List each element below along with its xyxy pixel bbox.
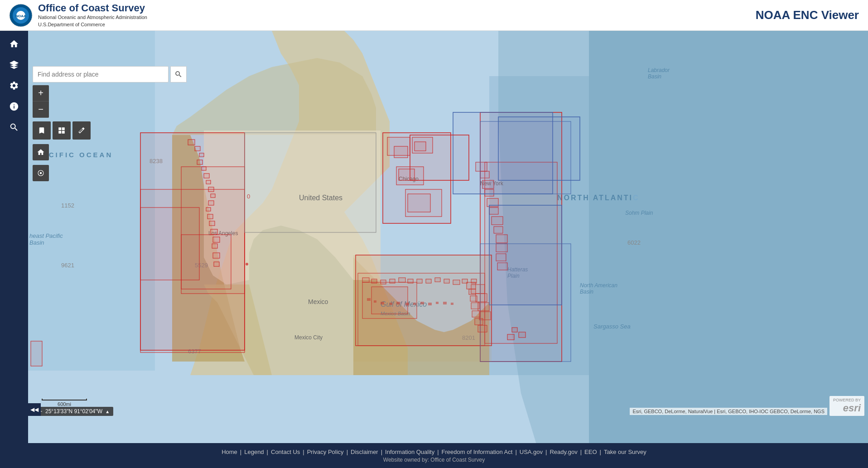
geo-label-north-atlantic: NORTH ATLANTIC (557, 194, 640, 202)
footer-link-usa-gov[interactable]: USA.gov (520, 449, 543, 455)
zoom-in-button[interactable]: + (33, 85, 49, 101)
chart-num-0: 0 (247, 193, 250, 200)
measure-tool-button[interactable] (72, 121, 91, 140)
chart-num-6377: 6377 (188, 348, 201, 355)
footer-link-eeo[interactable]: EEO (584, 449, 597, 455)
coordinates-value: 25°13'33"N 91°02'04"W (45, 408, 102, 415)
footer-link-foia[interactable]: Freedom of Information Act (442, 449, 513, 455)
svg-text:NOAA: NOAA (15, 14, 26, 18)
chart-num-8201: 8201 (462, 334, 475, 341)
geo-label-labrador: LabradorBasin (648, 67, 670, 80)
footer-links: Home | Legend | Contact Us | Privacy Pol… (222, 449, 646, 455)
locate-button[interactable] (33, 165, 49, 181)
header: NOAA Office of Coast Survey National Oce… (0, 0, 868, 31)
geo-label-mexico: Mexico (308, 298, 328, 305)
esri-logo-text: esri (843, 402, 861, 414)
scale-line (42, 399, 87, 400)
chart-num-5529: 5529 (195, 262, 208, 269)
footer: Home | Legend | Contact Us | Privacy Pol… (0, 443, 868, 468)
noaa-logo: NOAA (9, 4, 33, 27)
footer-link-survey[interactable]: Take our Survey (604, 449, 646, 455)
basemap-tool-button[interactable] (53, 121, 71, 140)
header-left: NOAA Office of Coast Survey National Oce… (9, 2, 147, 28)
sidebar-search-btn[interactable] (5, 118, 24, 137)
bookmark-tool-button[interactable] (33, 121, 51, 140)
geo-label-chicago: Chicago (399, 176, 419, 182)
left-sidebar (0, 31, 28, 443)
app-title: NOAA ENC Viewer (756, 8, 859, 22)
zoom-controls: + − (33, 85, 187, 118)
header-title-block: Office of Coast Survey National Oceanic … (38, 2, 147, 28)
esri-logo: POWERED BY esri (829, 396, 864, 416)
geo-label-la: Los Angeles (208, 230, 238, 236)
footer-link-privacy[interactable]: Privacy Policy (307, 449, 344, 455)
geo-label-mexico-city: Mexico City (294, 334, 323, 341)
footer-link-info-quality[interactable]: Information Quality (385, 449, 434, 455)
footer-link-home[interactable]: Home (222, 449, 237, 455)
expand-coords-button[interactable]: ▲ (105, 409, 110, 414)
footer-link-ready-gov[interactable]: Ready.gov (550, 449, 577, 455)
search-row (33, 66, 187, 82)
coordinates-bar: 25°13'33"N 91°02'04"W ▲ (33, 407, 113, 416)
map-container[interactable]: PACIFIC OCEAN United States Gulf of Mexi… (0, 31, 868, 443)
geo-label-na-basin: North AmericanBasin (580, 282, 617, 295)
geo-label-ny: New York (480, 180, 503, 187)
footer-link-contact[interactable]: Contact Us (271, 449, 300, 455)
geo-label-us: United States (299, 194, 342, 202)
scale-label: 600mi (42, 401, 87, 407)
chart-num-6022: 6022 (627, 239, 641, 246)
powered-by-label: POWERED BY (833, 398, 861, 402)
sidebar-home-btn[interactable] (5, 34, 24, 53)
footer-link-disclaimer[interactable]: Disclaimer (351, 449, 378, 455)
geo-label-mexico-basin: Mexico Basin (381, 311, 410, 316)
geo-label-gulf: Gulf of Mexico (381, 300, 427, 309)
search-button[interactable] (170, 66, 187, 82)
sidebar-settings-btn[interactable] (5, 76, 24, 95)
geo-label-sohm: Sohm Plain (625, 210, 653, 216)
org-subtitle: National Oceanic and Atmospheric Adminis… (38, 14, 147, 28)
chart-num-9621: 9621 (61, 262, 74, 269)
map-toolbar: + − (33, 66, 187, 181)
geo-label-sargasso: Sargasso Sea (593, 323, 631, 330)
geo-label-ne-pacific: heast PacificBasin (29, 232, 63, 246)
svg-point-106 (40, 172, 42, 174)
org-title: Office of Coast Survey (38, 2, 147, 14)
footer-link-legend[interactable]: Legend (244, 449, 264, 455)
zoom-out-button[interactable]: − (33, 101, 49, 118)
geo-label-hatteras: HatterasPlain (507, 266, 528, 279)
sidebar-info-btn[interactable] (5, 97, 24, 116)
map-attribution: Esri, GEBCO, DeLorme, NaturalVue | Esri,… (630, 408, 827, 415)
collapse-sidebar-button[interactable]: ◀◀ (28, 403, 41, 416)
scale-bar: 600mi (42, 399, 87, 407)
chart-num-1152: 1152 (61, 202, 74, 209)
footer-owned: Website owned by: Office of Coast Survey (383, 457, 485, 463)
home-view-button[interactable] (33, 144, 49, 160)
sidebar-layers-btn[interactable] (5, 55, 24, 74)
search-input[interactable] (33, 66, 169, 82)
tool-buttons (33, 121, 187, 140)
